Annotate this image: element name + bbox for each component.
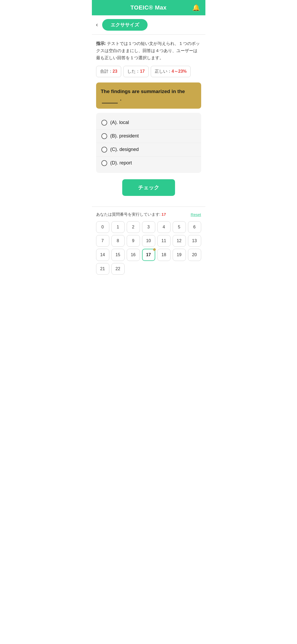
instructions-section: 指示: テストでは１つの短い文が与えられ、１つのボックスは空白のままにし、回答は…	[92, 35, 205, 66]
stat-correct-value: 4～23%	[172, 69, 187, 73]
nav-num-21[interactable]: 21	[96, 263, 109, 275]
nav-num-16[interactable]: 16	[127, 249, 140, 261]
nav-num-14[interactable]: 14	[96, 249, 109, 261]
nav-num-4[interactable]: 4	[157, 221, 171, 233]
stat-total-label: 合計：	[100, 69, 113, 73]
nav-num-22[interactable]: 22	[111, 263, 125, 275]
back-button[interactable]: ‹	[96, 21, 98, 28]
nav-num-0[interactable]: 0	[96, 221, 109, 233]
nav-num-2[interactable]: 2	[127, 221, 140, 233]
reset-button[interactable]: Reset	[191, 212, 201, 217]
option-c[interactable]: (C). designed	[96, 143, 201, 157]
option-b-label: (B). president	[110, 133, 139, 139]
option-b[interactable]: (B). president	[96, 130, 201, 143]
stat-total-value: 23	[113, 69, 117, 73]
instructions-prefix: 指示:	[96, 41, 106, 46]
nav-num-15[interactable]: 15	[111, 249, 125, 261]
question-text-after: .	[120, 96, 121, 102]
stat-correct-label: 正しい：	[155, 69, 172, 73]
nav-num-3[interactable]: 3	[142, 221, 155, 233]
nav-num-17[interactable]: 17	[142, 249, 155, 261]
nav-num-20[interactable]: 20	[188, 249, 201, 261]
option-a-label: (A). local	[110, 120, 129, 125]
question-text: The findings are summarized in the .	[101, 89, 185, 102]
nav-num-12[interactable]: 12	[173, 235, 186, 247]
option-a[interactable]: (A). local	[96, 116, 201, 130]
navigator-section: あなたは質問番号を実行しています: 17 Reset 0123456789101…	[92, 206, 205, 280]
sub-header: ‹ エクササイズ	[92, 15, 205, 35]
nav-num-10[interactable]: 10	[142, 235, 155, 247]
instructions-text: テストでは１つの短い文が与えられ、１つのボックスは空白のままにし、回答は４つあり…	[96, 41, 200, 60]
stat-correct: 正しい：4～23%	[151, 66, 191, 77]
check-button-container: チェック	[92, 179, 205, 196]
nav-header: あなたは質問番号を実行しています: 17 Reset	[96, 212, 201, 217]
nav-num-6[interactable]: 6	[188, 221, 201, 233]
options-card: (A). local (B). president (C). designed …	[96, 113, 201, 173]
question-card: The findings are summarized in the .	[96, 82, 201, 109]
app-title: TOEIC® Max	[130, 4, 167, 11]
nav-num-13[interactable]: 13	[188, 235, 201, 247]
question-blank	[102, 95, 118, 103]
nav-num-1[interactable]: 1	[111, 221, 125, 233]
radio-d[interactable]	[101, 160, 107, 166]
stat-done: した：17	[123, 66, 149, 77]
nav-num-8[interactable]: 8	[111, 235, 125, 247]
nav-num-18[interactable]: 18	[157, 249, 171, 261]
check-button[interactable]: チェック	[122, 179, 175, 196]
stat-done-value: 17	[140, 69, 145, 73]
bell-icon[interactable]: 🔔	[192, 4, 200, 11]
stats-row: 合計：23 した：17 正しい：4～23%	[92, 66, 205, 82]
question-text-before: The findings are summarized in the	[101, 89, 185, 94]
nav-num-7[interactable]: 7	[96, 235, 109, 247]
nav-grid: 012345678910111213141516171819202122	[96, 221, 201, 275]
nav-running-number: 17	[162, 212, 166, 217]
radio-c[interactable]	[101, 147, 107, 153]
radio-a[interactable]	[101, 120, 107, 126]
exercise-button[interactable]: エクササイズ	[102, 19, 148, 31]
stat-done-label: した：	[127, 69, 140, 73]
nav-num-5[interactable]: 5	[173, 221, 186, 233]
nav-running-text: あなたは質問番号を実行しています: 17	[96, 212, 166, 217]
app-header: TOEIC® Max 🔔	[92, 0, 205, 15]
stat-total: 合計：23	[96, 66, 121, 77]
option-d[interactable]: (D). report	[96, 157, 201, 170]
radio-b[interactable]	[101, 133, 107, 139]
nav-num-19[interactable]: 19	[173, 249, 186, 261]
option-c-label: (C). designed	[110, 147, 139, 152]
option-d-label: (D). report	[110, 160, 132, 166]
nav-num-11[interactable]: 11	[157, 235, 171, 247]
nav-num-9[interactable]: 9	[127, 235, 140, 247]
